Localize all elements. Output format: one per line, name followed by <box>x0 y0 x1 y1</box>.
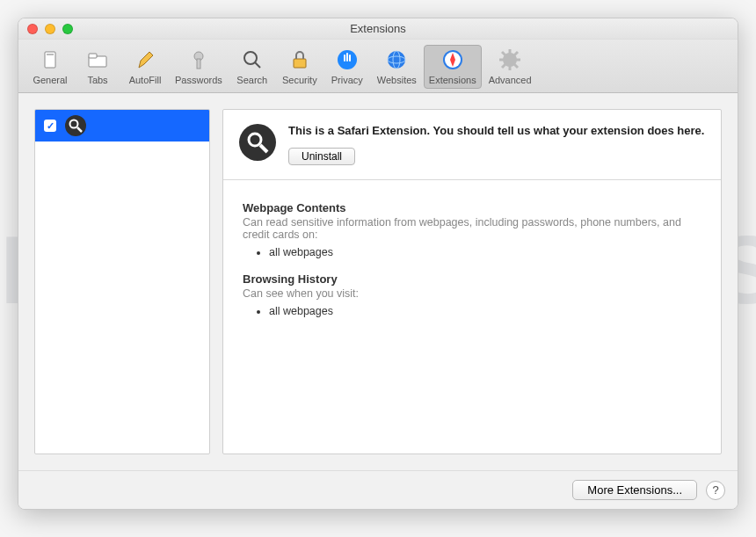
tab-label: Privacy <box>331 75 363 85</box>
svg-rect-9 <box>294 59 306 68</box>
tab-label: Tabs <box>87 75 107 85</box>
preferences-window: Extensions General Tabs AutoFill Pa <box>18 18 738 510</box>
search-icon <box>239 47 265 73</box>
svg-rect-3 <box>89 54 97 58</box>
sidebar-item-extension[interactable]: ✓ <box>35 110 209 142</box>
permissions-body: Webpage Contents Can read sensitive info… <box>223 180 721 352</box>
uninstall-button[interactable]: Uninstall <box>288 148 355 165</box>
svg-line-24 <box>77 127 82 132</box>
magnifier-icon <box>239 124 276 161</box>
window-title: Extensions <box>350 22 406 35</box>
svg-point-23 <box>70 120 78 128</box>
section-title: Browsing History <box>243 272 701 286</box>
footer: More Extensions... ? <box>18 470 738 509</box>
tab-label: AutoFill <box>129 75 162 85</box>
globe-icon <box>383 47 410 73</box>
tab-search[interactable]: Search <box>229 45 275 89</box>
list-item: all webpages <box>269 246 701 258</box>
help-button[interactable]: ? <box>706 481 725 500</box>
tab-security[interactable]: Security <box>277 45 323 89</box>
svg-rect-6 <box>197 59 200 69</box>
preferences-toolbar: General Tabs AutoFill Passwords Search <box>18 40 738 93</box>
tab-label: General <box>33 75 67 85</box>
tab-advanced[interactable]: Advanced <box>483 45 537 89</box>
more-extensions-button[interactable]: More Extensions... <box>572 480 697 500</box>
tab-label: Extensions <box>429 75 476 85</box>
gear-icon <box>497 47 523 73</box>
lock-icon <box>287 47 313 73</box>
svg-line-26 <box>260 145 267 152</box>
list-item: all webpages <box>269 305 701 317</box>
tab-label: Passwords <box>175 75 222 85</box>
traffic-lights <box>27 24 73 34</box>
svg-line-8 <box>255 62 260 68</box>
maximize-icon[interactable] <box>62 24 73 34</box>
tab-autofill[interactable]: AutoFill <box>122 45 168 89</box>
tab-label: Websites <box>377 75 417 85</box>
svg-point-11 <box>388 51 405 69</box>
tab-passwords[interactable]: Passwords <box>170 45 228 89</box>
svg-point-25 <box>249 134 261 146</box>
extension-description: This is a Safari Extension. You should t… <box>288 124 704 139</box>
key-icon <box>185 47 212 73</box>
svg-rect-1 <box>47 54 54 55</box>
section-desc: Can read sensitive information from webp… <box>243 216 701 241</box>
extension-detail-panel: This is a Safari Extension. You should t… <box>222 109 722 454</box>
tab-label: Security <box>282 75 317 85</box>
tab-extensions[interactable]: Extensions <box>424 45 482 89</box>
magnifier-icon <box>65 115 86 136</box>
tab-label: Advanced <box>489 75 532 85</box>
tab-label: Search <box>236 75 267 85</box>
tabs-icon <box>84 47 111 73</box>
titlebar: Extensions <box>18 18 738 40</box>
extensions-sidebar: ✓ <box>34 109 210 454</box>
tab-websites[interactable]: Websites <box>372 45 422 89</box>
tab-privacy[interactable]: Privacy <box>324 45 370 89</box>
detail-header: This is a Safari Extension. You should t… <box>223 110 721 180</box>
svg-point-7 <box>244 52 257 64</box>
tab-tabs[interactable]: Tabs <box>75 45 120 89</box>
section-desc: Can see when you visit: <box>243 287 701 300</box>
general-icon <box>37 47 63 73</box>
extension-enabled-checkbox[interactable]: ✓ <box>44 120 56 132</box>
hand-icon <box>334 47 360 73</box>
close-icon[interactable] <box>27 24 38 34</box>
pencil-icon <box>132 47 158 73</box>
minimize-icon[interactable] <box>45 24 55 34</box>
svg-marker-4 <box>139 52 153 68</box>
tab-general[interactable]: General <box>27 45 73 89</box>
compass-icon <box>440 47 466 73</box>
section-title: Webpage Contents <box>243 201 701 214</box>
content-area: ✓ This is a Safari Extension. You should… <box>18 93 738 470</box>
